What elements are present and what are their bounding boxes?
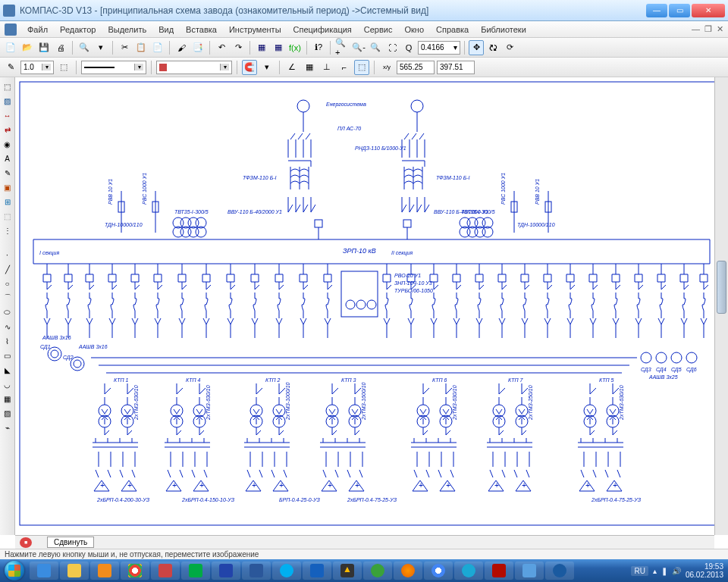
rect-tool[interactable]: ▭ bbox=[2, 349, 14, 361]
menu-tools[interactable]: Инструменты bbox=[224, 23, 286, 36]
pan-button[interactable]: ✥ bbox=[469, 40, 484, 55]
mdi-close[interactable]: ✕ bbox=[717, 24, 723, 34]
polyline-tool[interactable]: ⌇ bbox=[2, 335, 14, 347]
color-select[interactable]: ▾ bbox=[156, 61, 232, 74]
fillet-tool[interactable]: ◡ bbox=[2, 378, 14, 390]
menu-file[interactable]: Файл bbox=[23, 23, 52, 36]
cut-button[interactable]: ✂ bbox=[117, 40, 132, 55]
line-tool[interactable]: ╱ bbox=[2, 263, 14, 275]
menu-spec[interactable]: Спецификация bbox=[289, 23, 356, 36]
line-style-select[interactable]: ▾ bbox=[81, 61, 146, 74]
grid-button[interactable]: ▦ bbox=[302, 60, 317, 75]
task-folder[interactable] bbox=[515, 562, 544, 580]
layer-button[interactable]: ⬚ bbox=[56, 60, 71, 75]
task-explorer[interactable] bbox=[60, 562, 89, 580]
geometry-tool[interactable]: ⬚ bbox=[2, 80, 14, 92]
paste-button[interactable]: 📄 bbox=[150, 40, 165, 55]
tray-flag-icon[interactable]: ▴ bbox=[653, 567, 657, 575]
save-button[interactable]: 💾 bbox=[36, 40, 52, 55]
spec-tool[interactable]: ⋮ bbox=[2, 224, 14, 236]
task-chrome[interactable] bbox=[121, 562, 149, 580]
chamfer-tool[interactable]: ◣ bbox=[2, 364, 14, 376]
menu-help[interactable]: Справка bbox=[431, 23, 473, 36]
menu-insert[interactable]: Вставка bbox=[181, 23, 221, 36]
task-wmp[interactable] bbox=[90, 562, 119, 580]
break-tool[interactable]: ⌁ bbox=[2, 421, 14, 433]
coord-x-input[interactable]: 565.25 bbox=[397, 61, 435, 74]
prop-icon[interactable]: ✎ bbox=[3, 60, 18, 75]
language-indicator[interactable]: RU bbox=[631, 566, 648, 576]
refresh-button[interactable]: ⟳ bbox=[502, 40, 517, 55]
task-app1[interactable] bbox=[151, 562, 180, 580]
hatch-tool[interactable]: ▨ bbox=[2, 95, 14, 107]
undo-button[interactable]: ↶ bbox=[214, 40, 229, 55]
param-tool[interactable]: ▣ bbox=[2, 181, 14, 193]
ortho-button[interactable]: ⊥ bbox=[319, 60, 334, 75]
fx-button[interactable]: f(x) bbox=[287, 40, 303, 55]
menu-select[interactable]: Выделить bbox=[103, 23, 151, 36]
text-tool[interactable]: ⇄ bbox=[2, 124, 14, 136]
new-button[interactable]: 📄 bbox=[3, 40, 18, 55]
ann-tool[interactable]: A bbox=[2, 152, 14, 164]
measure-tool[interactable]: ⊞ bbox=[2, 196, 14, 208]
task-chrome2[interactable] bbox=[424, 562, 453, 580]
task-app2[interactable] bbox=[181, 562, 210, 580]
dropdown-button[interactable]: ▾ bbox=[93, 40, 108, 55]
dim-tool[interactable]: ↔ bbox=[2, 109, 14, 121]
tray-volume-icon[interactable]: 🔊 bbox=[672, 567, 681, 575]
rotate-button[interactable]: 🗘 bbox=[485, 40, 500, 55]
print-button[interactable]: 🖨 bbox=[53, 40, 68, 55]
zoom-window-button[interactable]: 🔍 bbox=[368, 40, 383, 55]
local-cs-button[interactable]: ⌐ bbox=[337, 60, 352, 75]
redo-button[interactable]: ↷ bbox=[231, 40, 246, 55]
task-ie[interactable] bbox=[30, 562, 58, 580]
format-button[interactable]: 🖌 bbox=[174, 40, 189, 55]
menu-edit[interactable]: Редактор bbox=[55, 23, 100, 36]
drawing-canvas[interactable]: Енергосистема ПЛ АС-70 РНДЗ-110 Б/1000-У… bbox=[15, 77, 728, 535]
zoom-level-input[interactable]: 0.4166▾ bbox=[418, 41, 460, 55]
close-button[interactable]: ✕ bbox=[692, 4, 725, 17]
hatch2-tool[interactable]: ▨ bbox=[2, 407, 14, 419]
task-app4[interactable]: ▲ bbox=[333, 562, 362, 580]
ellipse-tool[interactable]: ⬭ bbox=[2, 306, 14, 318]
snap-dropdown[interactable]: ▾ bbox=[259, 60, 275, 75]
mdi-restore[interactable]: ❐ bbox=[704, 24, 712, 34]
angle-tool[interactable]: ∠ bbox=[284, 60, 300, 75]
menu-window[interactable]: Окно bbox=[400, 23, 428, 36]
task-utorrent[interactable] bbox=[363, 562, 392, 580]
zoom-in-button[interactable]: 🔍+ bbox=[334, 40, 350, 55]
circle-tool[interactable]: ○ bbox=[2, 277, 14, 289]
snap-magnet-button[interactable]: 🧲 bbox=[242, 60, 257, 75]
coord-y-input[interactable]: 397.51 bbox=[437, 61, 475, 74]
zoom-fit-button[interactable]: ⛶ bbox=[384, 40, 400, 55]
arc-tool[interactable]: ⌒ bbox=[2, 292, 14, 304]
properties-button[interactable]: 📑 bbox=[190, 40, 206, 55]
menu-view[interactable]: Вид bbox=[154, 23, 178, 36]
task-kompas[interactable] bbox=[545, 562, 574, 580]
vertical-scrollbar[interactable] bbox=[714, 77, 728, 535]
scroll-thumb[interactable] bbox=[717, 261, 726, 314]
zoom-prev-button[interactable]: Q bbox=[401, 40, 416, 55]
minimize-button[interactable]: — bbox=[646, 4, 667, 17]
select-tool[interactable]: ⬚ bbox=[2, 210, 14, 222]
task-z[interactable] bbox=[454, 562, 483, 580]
point-tool[interactable]: · bbox=[2, 249, 14, 261]
manager-button[interactable]: ▦ bbox=[254, 40, 269, 55]
preview-button[interactable]: 🔍 bbox=[77, 40, 92, 55]
maximize-button[interactable]: ▭ bbox=[669, 4, 690, 17]
pattern-tool[interactable]: ▦ bbox=[2, 393, 14, 405]
spline-tool[interactable]: ∿ bbox=[2, 321, 14, 333]
line-width-input[interactable]: 1.0▾ bbox=[20, 61, 54, 74]
task-acrobat[interactable] bbox=[485, 562, 513, 580]
variables-button[interactable]: ▦ bbox=[271, 40, 286, 55]
mdi-min[interactable]: — bbox=[692, 24, 700, 34]
menu-service[interactable]: Сервис bbox=[359, 23, 397, 36]
tray-clock[interactable]: 19:53 06.02.2013 bbox=[686, 562, 723, 579]
task-firefox[interactable] bbox=[394, 562, 422, 580]
zoom-out-button[interactable]: 🔍- bbox=[351, 40, 366, 55]
task-app3[interactable] bbox=[212, 562, 240, 580]
snap-cursor-button[interactable]: ⬚ bbox=[354, 60, 369, 75]
task-skype[interactable] bbox=[272, 562, 301, 580]
label-tool[interactable]: ◉ bbox=[2, 138, 14, 150]
command-tab[interactable]: Сдвинуть bbox=[47, 537, 94, 548]
